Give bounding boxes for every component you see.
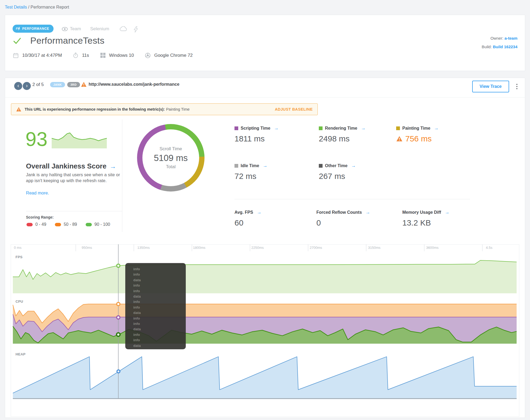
tooltip-line: info xyxy=(133,338,186,343)
jankiness-description: Jank is any halting that users see when … xyxy=(26,172,120,184)
adjust-baseline-button[interactable]: ADJUST BASELINE xyxy=(275,107,313,111)
secondary-metric-arrow-icon[interactable]: → xyxy=(257,210,262,215)
test-header-card: PERFORMANCE Team Selenium Pe xyxy=(5,15,525,71)
secondary-metric-label-text: Forced Reflow Counts xyxy=(316,210,362,215)
view-trace-button[interactable]: View Trace xyxy=(472,81,509,92)
cursor-marker[interactable] xyxy=(116,302,120,306)
tooltip-line: info xyxy=(133,316,186,321)
metric-detail-arrow-icon[interactable]: → xyxy=(274,126,279,131)
performance-badge-icon xyxy=(16,27,20,31)
breadcrumb-test-details-link[interactable]: Test Details xyxy=(5,5,27,9)
banner-message: This URL is experiencing performance reg… xyxy=(25,107,165,111)
more-options-menu[interactable] xyxy=(516,84,517,89)
visibility-tag[interactable]: Team xyxy=(62,26,81,32)
jankiness-score-arrow-icon[interactable]: → xyxy=(110,163,116,170)
donut-label-top: Scroll Time xyxy=(137,146,205,152)
scoring-range-label: Scoring Range: xyxy=(26,215,54,219)
metric-cell: Other Time→267 ms xyxy=(319,163,356,181)
metric-label-text: Painting Time xyxy=(402,126,430,131)
secondary-metric-label: Memory Usage Diff→ xyxy=(402,210,449,215)
scoring-range-legend: 0 - 4950 - 8990 - 100 xyxy=(26,222,110,227)
url-position: 2 of 5 xyxy=(32,82,44,87)
donut-label-bottom: Total xyxy=(137,164,205,170)
secondary-metric-arrow-icon[interactable]: → xyxy=(445,210,449,215)
scoring-range-item: 90 - 100 xyxy=(86,222,110,227)
cursor-marker[interactable] xyxy=(116,264,120,268)
metric-detail-arrow-icon[interactable]: → xyxy=(351,163,356,168)
secondary-metric-label: Avg. FPS→ xyxy=(234,210,262,215)
metric-color-square xyxy=(319,164,323,168)
tooltip-line: info xyxy=(133,332,186,338)
scoring-range-dot xyxy=(26,223,33,226)
owner-link[interactable]: a-team xyxy=(505,36,517,40)
calendar-icon xyxy=(13,53,18,58)
read-more-link[interactable]: Read more. xyxy=(26,190,49,196)
metric-label: Other Time→ xyxy=(319,163,356,168)
tooltip-line: info xyxy=(133,321,186,327)
secondary-metric-cell: Memory Usage Diff→13.2 KB xyxy=(402,210,449,227)
test-os: Windows 10 xyxy=(109,53,134,58)
url-warning-icon xyxy=(81,82,87,87)
chrome-icon xyxy=(145,53,150,58)
build-row: Build: Build 162234 xyxy=(482,44,517,49)
build-link[interactable]: Build 162234 xyxy=(493,44,517,49)
secondary-metric-arrow-icon[interactable]: → xyxy=(366,210,370,215)
secondary-metric-cell: Forced Reflow Counts→0 xyxy=(316,210,370,227)
metric-cell: Idle Time→72 ms xyxy=(234,163,267,181)
scroll-time-donut-chart: Scroll Time 5109 ms Total xyxy=(137,124,205,192)
tooltip-line: info xyxy=(133,305,186,310)
metric-cell: Rendering Time→2498 ms xyxy=(319,126,366,143)
framework-tag: Selenium xyxy=(90,26,109,32)
metric-detail-arrow-icon[interactable]: → xyxy=(434,126,439,131)
performance-badge: PERFORMANCE xyxy=(13,25,54,33)
cursor-marker[interactable] xyxy=(116,332,121,337)
metric-detail-arrow-icon[interactable]: → xyxy=(263,163,267,168)
jankiness-score-title: Overall Jankiness Score→ xyxy=(26,162,116,170)
tooltip-line: data xyxy=(133,294,186,299)
metric-label-text: Scripting Time xyxy=(241,126,270,131)
next-url-button[interactable]: › xyxy=(23,82,31,90)
secondary-metric-value: 60 xyxy=(234,218,262,227)
metric-label: Rendering Time→ xyxy=(319,126,366,131)
windows-icon xyxy=(100,53,105,58)
tooltip-line: info xyxy=(133,299,186,305)
jank-badge: JANK xyxy=(50,82,65,87)
third-party-badge: 3RD xyxy=(67,82,80,87)
metrics-grid: Scripting Time→1811 msRendering Time→249… xyxy=(234,126,475,195)
page-url: http://www.saucelabs.com/jank-performanc… xyxy=(89,82,179,87)
breadcrumb-current: Performance Report xyxy=(31,5,69,9)
build-label: Build: xyxy=(482,44,493,49)
performance-report-page: Test Details / Performance Report PERFOR… xyxy=(0,0,530,420)
timeline-chart[interactable] xyxy=(11,242,519,419)
metric-detail-arrow-icon[interactable]: → xyxy=(361,126,366,131)
timeline-tooltip: infoinfodatainfoinfodatainfoinfodatainfo… xyxy=(125,263,186,349)
framework-label: Selenium xyxy=(90,26,109,32)
metric-value: 267 ms xyxy=(319,172,356,181)
secondary-metric-cell: Avg. FPS→60 xyxy=(234,210,262,227)
owner-label: Owner: xyxy=(490,36,505,40)
metric-value: 756 ms xyxy=(396,134,439,143)
score-divider xyxy=(26,211,122,211)
cursor-marker[interactable] xyxy=(116,369,120,373)
scoring-range-item: 50 - 89 xyxy=(55,222,77,227)
performance-badge-label: PERFORMANCE xyxy=(22,27,49,31)
metric-value: 1811 ms xyxy=(234,134,279,143)
test-browser: Google Chrome 72 xyxy=(154,53,193,58)
scoring-range-value: 90 - 100 xyxy=(94,222,110,227)
prev-url-button[interactable]: ‹ xyxy=(14,82,22,90)
cursor-marker[interactable] xyxy=(116,315,120,320)
secondary-metrics-grid: Avg. FPS→60Forced Reflow Counts→0Memory … xyxy=(234,210,475,237)
metric-cell: Painting Time→756 ms xyxy=(396,126,439,143)
tooltip-line: info xyxy=(133,283,186,288)
metric-label: Scripting Time→ xyxy=(234,126,279,131)
column-divider xyxy=(122,119,122,232)
tooltip-line: info xyxy=(133,272,186,277)
metric-value: 72 ms xyxy=(234,172,267,181)
tooltip-line: data xyxy=(133,327,186,332)
metric-color-square xyxy=(234,126,238,130)
scoring-range-value: 0 - 49 xyxy=(35,222,46,227)
test-duration: 11s xyxy=(82,53,89,58)
metric-color-square xyxy=(319,126,323,130)
secondary-metric-label: Forced Reflow Counts→ xyxy=(316,210,370,215)
metric-color-square xyxy=(234,164,238,168)
